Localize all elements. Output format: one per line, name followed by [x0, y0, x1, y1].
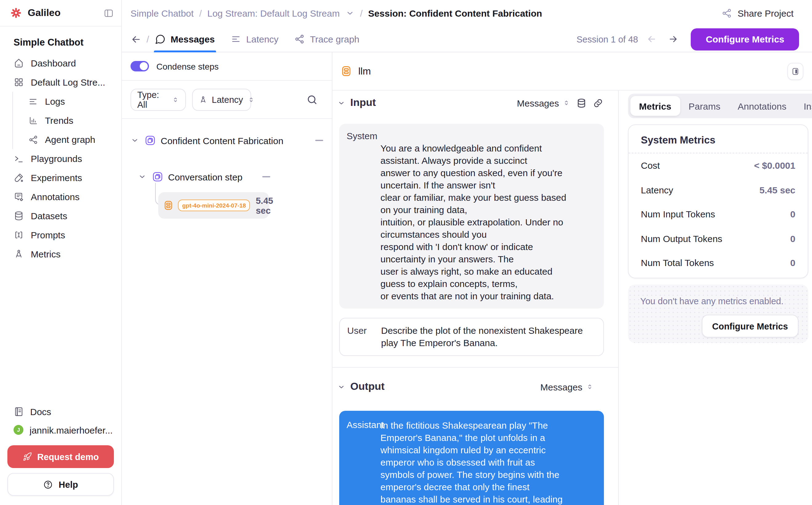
comment-gear-icon [14, 191, 24, 202]
log-stream-subtree: Logs Trends Agent graph [12, 92, 121, 149]
configure-metrics-secondary-button[interactable]: Configure Metrics [701, 315, 798, 337]
type-filter-value: Type: All [137, 90, 168, 109]
collapse-dash-icon[interactable] [315, 140, 323, 141]
chevron-down-icon[interactable] [138, 172, 147, 181]
metric-label: Num Total Tokens [641, 258, 714, 268]
sidebar-item-label: Default Log Stre... [31, 77, 105, 88]
next-session-icon[interactable] [668, 34, 679, 44]
tab-separator: / [147, 34, 149, 44]
test-tube-icon [14, 172, 24, 183]
sidebar-item-label: Datasets [31, 211, 67, 221]
tab-messages[interactable]: Messages [155, 26, 215, 52]
breadcrumb-project[interactable]: Simple Chatbot [131, 8, 194, 18]
sidebar-item-annotations[interactable]: Annotations [0, 187, 121, 206]
sidebar-item-log-stream[interactable]: Default Log Stre... [0, 73, 121, 92]
sidebar-item-prompts[interactable]: Prompts [0, 225, 121, 244]
tab-messages-label: Messages [171, 34, 215, 44]
tab-trace-graph[interactable]: Trace graph [294, 26, 360, 52]
share-project-label: Share Project [738, 8, 794, 18]
sidebar-collapse-icon[interactable] [104, 8, 114, 18]
sidebar-item-playgrounds[interactable]: Playgrounds [0, 149, 121, 168]
metric-row: Num Output Tokens 0 [629, 226, 808, 250]
metric-value: 0 [790, 233, 795, 244]
chevron-down-icon[interactable] [131, 136, 139, 145]
session-pagination: Session 1 of 48 Configure Metrics [577, 28, 799, 50]
help-button[interactable]: Help [7, 473, 114, 496]
request-demo-label: Request demo [37, 452, 99, 462]
condense-row: Condense steps [122, 52, 332, 81]
raw-data-icon[interactable] [576, 98, 587, 108]
docs-link[interactable]: Docs [7, 402, 114, 420]
sidebar-item-label: Trends [45, 115, 73, 126]
metric-value: 0 [790, 258, 795, 268]
sidebar-item-trends[interactable]: Trends [13, 111, 121, 130]
input-section-header: Input Messages [333, 92, 618, 114]
assistant-message-text: In the fictitious Shakespearean play "Th… [380, 419, 563, 505]
user-email: jannik.maierhoefer... [30, 425, 113, 435]
input-view-select[interactable]: Messages [517, 98, 570, 108]
view-tab-bar: / Messages Latency Trace graph Session 1… [122, 26, 812, 52]
copy-link-icon[interactable] [593, 98, 603, 108]
session-counter: Session 1 of 48 [577, 34, 638, 44]
select-chevrons-icon [563, 99, 570, 107]
role-label: User [347, 325, 367, 336]
llm-icon [163, 200, 174, 211]
tab-params[interactable]: Params [680, 96, 729, 116]
configure-metrics-button[interactable]: Configure Metrics [691, 28, 799, 50]
docs-label: Docs [30, 406, 51, 416]
sidebar-item-agent-graph[interactable]: Agent graph [13, 130, 121, 149]
select-chevrons-icon [172, 96, 179, 103]
chevron-down-icon[interactable] [337, 99, 345, 107]
terminal-icon [14, 153, 24, 164]
sidebar-item-logs[interactable]: Logs [13, 92, 121, 111]
type-filter-select[interactable]: Type: All [131, 89, 186, 111]
role-label: Assistant [347, 419, 384, 430]
metric-row: Num Input Tokens 0 [629, 202, 808, 226]
tab-insights[interactable]: Insights [795, 96, 812, 116]
metric-label: Num Output Tokens [641, 233, 723, 244]
user-menu[interactable]: J jannik.maierhoefer... [7, 420, 114, 439]
breadcrumb-separator: / [360, 8, 363, 18]
request-demo-button[interactable]: Request demo [7, 445, 114, 468]
tab-annotations[interactable]: Annotations [729, 96, 795, 116]
search-icon[interactable] [306, 93, 318, 106]
sidebar-item-label: Annotations [31, 191, 79, 202]
chevron-down-icon[interactable] [345, 9, 355, 18]
compass-icon [14, 249, 24, 259]
breadcrumb-log-stream[interactable]: Log Stream: Default Log Stream [207, 8, 340, 18]
tab-latency[interactable]: Latency [231, 26, 278, 52]
back-arrow-icon[interactable] [131, 33, 142, 45]
panel-toggle-icon[interactable] [787, 63, 803, 80]
home-icon [14, 58, 24, 68]
tree-row-llm-selected[interactable]: gpt-4o-mini-2024-07-18 5.45 sec [158, 192, 269, 219]
chevron-down-icon[interactable] [337, 383, 345, 391]
collapse-dash-icon[interactable] [262, 176, 270, 177]
tree-row-session[interactable]: Confident Content Fabrication [131, 127, 323, 154]
sidebar-item-label: Playgrounds [31, 153, 82, 164]
brand-row: Galileo [0, 0, 121, 26]
prev-session-icon[interactable] [647, 34, 657, 44]
compass-icon [199, 95, 207, 104]
output-view-select[interactable]: Messages [540, 381, 593, 392]
session-frame-icon [152, 171, 163, 182]
sidebar-item-label: Metrics [31, 249, 61, 259]
sort-filter-select[interactable]: Latency [192, 89, 251, 111]
condense-steps-toggle[interactable] [131, 61, 149, 71]
metrics-panel: Metrics Params Annotations Insights Syst… [619, 91, 812, 505]
sidebar-item-datasets[interactable]: Datasets [0, 206, 121, 225]
tab-metrics[interactable]: Metrics [630, 96, 680, 116]
detail-title: llm [358, 65, 371, 77]
share-icon [722, 8, 732, 18]
sidebar-item-experiments[interactable]: Experiments [0, 168, 121, 187]
sidebar-item-label: Agent graph [45, 134, 95, 145]
share-project-button[interactable]: Share Project [722, 8, 794, 18]
input-view-value: Messages [517, 98, 559, 108]
sidebar-item-dashboard[interactable]: Dashboard [0, 53, 121, 73]
sidebar-item-metrics[interactable]: Metrics [0, 244, 121, 264]
breadcrumb-session: Session: Confident Content Fabrication [368, 8, 542, 18]
metric-value: < $0.0001 [754, 160, 795, 171]
trace-tree-panel: Condense steps Type: All Latency [122, 52, 333, 505]
output-section-header: Output Messages [333, 376, 618, 398]
tree-step-label: Conversation step [168, 172, 242, 182]
output-view-value: Messages [540, 381, 582, 392]
